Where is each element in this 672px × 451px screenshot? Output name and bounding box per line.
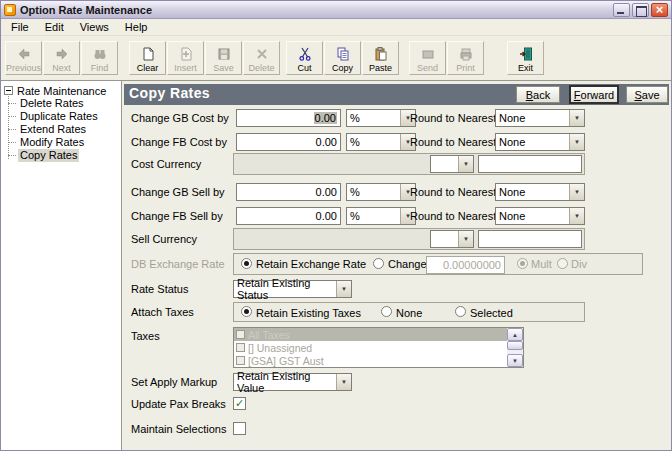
row-cost-currency: Cost Currency ▼ bbox=[122, 153, 671, 175]
rate-status-select[interactable]: Retain Existing Status▼ bbox=[233, 280, 352, 298]
row-change-gb-sell: Change GB Sell by 0.00 %▼ Round to Neare… bbox=[122, 183, 671, 201]
set-apply-markup-select[interactable]: Retain Existing Value▼ bbox=[233, 373, 352, 391]
change-to-radio[interactable] bbox=[373, 258, 384, 269]
row-update-pax-breaks: Update Pax Breaks ✓ bbox=[122, 395, 671, 413]
copy-button[interactable]: Copy bbox=[324, 41, 361, 75]
window-title: Option Rate Maintenance bbox=[20, 4, 152, 16]
change-fb-cost-unit-select[interactable]: %▼ bbox=[346, 133, 416, 151]
cost-currency-select[interactable]: ▼ bbox=[430, 155, 474, 173]
clear-button[interactable]: Clear bbox=[129, 41, 166, 75]
tree-item-copy-rates[interactable]: Copy Rates bbox=[18, 149, 79, 162]
change-fb-sell-input[interactable]: 0.00 bbox=[236, 207, 341, 225]
tree-item-delete-rates[interactable]: Delete Rates bbox=[18, 97, 86, 110]
tree-item-duplicate-rates[interactable]: Duplicate Rates bbox=[18, 110, 100, 123]
sell-currency-panel: ▼ bbox=[233, 228, 585, 250]
scroll-up-icon[interactable]: ▲ bbox=[507, 328, 523, 341]
tree-root-rate-maintenance[interactable]: Rate Maintenance bbox=[1, 84, 121, 97]
sell-currency-select[interactable]: ▼ bbox=[430, 230, 474, 248]
list-item: [GSA] GST Aust bbox=[234, 354, 507, 367]
binoculars-icon bbox=[92, 45, 108, 63]
sell-currency-amount-input[interactable] bbox=[478, 230, 582, 248]
row-change-fb-cost: Change FB Cost by 0.00 %▼ Round to Neare… bbox=[122, 133, 671, 151]
field-label: Change FB Sell by bbox=[131, 207, 223, 225]
menu-views[interactable]: Views bbox=[72, 20, 117, 35]
main-area: Rate Maintenance Delete Rates Duplicate … bbox=[1, 80, 671, 450]
send-icon bbox=[420, 45, 436, 63]
change-fb-cost-input[interactable]: 0.00 bbox=[236, 133, 341, 151]
delete-button: Delete bbox=[243, 41, 280, 75]
save-page-button[interactable]: Save bbox=[626, 86, 668, 103]
print-button: Print bbox=[447, 41, 484, 75]
field-label: Set Apply Markup bbox=[131, 373, 217, 391]
change-gb-sell-input[interactable]: 0.00 bbox=[236, 183, 341, 201]
exchange-rate-input: 0.00000000 bbox=[426, 256, 505, 274]
taxes-selected-radio[interactable] bbox=[455, 306, 466, 317]
change-gb-cost-round-select[interactable]: None▼ bbox=[495, 109, 585, 127]
retain-existing-taxes-radio[interactable] bbox=[241, 306, 252, 317]
cost-currency-amount-input[interactable] bbox=[478, 155, 582, 173]
row-taxes: Taxes All Taxes [] Unassigned [GSA] GST … bbox=[122, 327, 671, 368]
row-db-exchange-rate: DB Exchange Rate Retain Exchange Rate Ch… bbox=[122, 253, 671, 275]
maximize-button[interactable] bbox=[632, 3, 649, 17]
row-change-fb-sell: Change FB Sell by 0.00 %▼ Round to Neare… bbox=[122, 207, 671, 225]
change-fb-sell-round-select[interactable]: None▼ bbox=[495, 207, 585, 225]
new-document-icon bbox=[140, 45, 156, 63]
minimize-button[interactable] bbox=[613, 3, 630, 17]
update-pax-breaks-checkbox[interactable]: ✓ bbox=[233, 397, 246, 410]
menu-file[interactable]: File bbox=[3, 20, 37, 35]
exit-button[interactable]: Exit bbox=[507, 41, 544, 75]
change-fb-sell-unit-select[interactable]: %▼ bbox=[346, 207, 416, 225]
close-button[interactable] bbox=[651, 3, 668, 17]
chevron-down-icon[interactable]: ▼ bbox=[336, 374, 351, 390]
tree-item-extend-rates[interactable]: Extend Rates bbox=[18, 123, 88, 136]
delete-x-icon bbox=[254, 45, 270, 63]
maintain-selections-checkbox[interactable] bbox=[233, 422, 246, 435]
mult-radio bbox=[517, 258, 528, 269]
titlebar[interactable]: Option Rate Maintenance bbox=[1, 1, 671, 19]
chevron-down-icon[interactable]: ▼ bbox=[569, 184, 584, 200]
change-gb-sell-unit-select[interactable]: %▼ bbox=[346, 183, 416, 201]
change-gb-sell-round-select[interactable]: None▼ bbox=[495, 183, 585, 201]
chevron-down-icon[interactable]: ▼ bbox=[569, 208, 584, 224]
scrollbar-thumb[interactable] bbox=[507, 341, 523, 350]
window-controls bbox=[613, 3, 668, 17]
retain-exchange-rate-radio[interactable] bbox=[241, 258, 252, 269]
change-gb-cost-unit-select[interactable]: %▼ bbox=[346, 109, 416, 127]
round-to-nearest-label: Round to Nearest bbox=[410, 109, 496, 127]
chevron-down-icon[interactable]: ▼ bbox=[569, 110, 584, 126]
taxes-scrollbar[interactable]: ▲ ▼ bbox=[507, 328, 523, 367]
chevron-down-icon[interactable]: ▼ bbox=[458, 156, 473, 172]
find-button: Find bbox=[81, 41, 118, 75]
page-header: Copy Rates Back Forward Save bbox=[124, 84, 669, 105]
scroll-down-icon[interactable]: ▼ bbox=[507, 354, 523, 367]
previous-button: Previous bbox=[5, 41, 42, 75]
cut-button[interactable]: Cut bbox=[286, 41, 323, 75]
menu-help[interactable]: Help bbox=[117, 20, 156, 35]
field-label: DB Exchange Rate bbox=[131, 253, 225, 271]
forward-button[interactable]: Forward bbox=[570, 86, 618, 103]
round-to-nearest-label: Round to Nearest bbox=[410, 207, 496, 225]
change-fb-cost-round-select[interactable]: None▼ bbox=[495, 133, 585, 151]
chevron-down-icon[interactable]: ▼ bbox=[336, 281, 351, 297]
menu-edit[interactable]: Edit bbox=[37, 20, 72, 35]
chevron-down-icon[interactable]: ▼ bbox=[458, 231, 473, 247]
field-label: Change FB Cost by bbox=[131, 133, 227, 151]
app-icon bbox=[4, 4, 16, 16]
field-label: Sell Currency bbox=[131, 228, 197, 246]
taxes-none-radio[interactable] bbox=[381, 306, 392, 317]
hand-point-left-icon bbox=[16, 45, 32, 63]
change-gb-cost-input[interactable]: 0.00 bbox=[236, 109, 341, 127]
list-item: All Taxes bbox=[234, 328, 507, 341]
floppy-disk-icon bbox=[216, 45, 232, 63]
field-label: Rate Status bbox=[131, 280, 188, 298]
back-button[interactable]: Back bbox=[516, 86, 560, 103]
row-rate-status: Rate Status Retain Existing Status▼ bbox=[122, 280, 671, 298]
row-set-apply-markup: Set Apply Markup Retain Existing Value▼ bbox=[122, 373, 671, 391]
app-window: Option Rate Maintenance File Edit Views … bbox=[0, 0, 672, 451]
chevron-down-icon[interactable]: ▼ bbox=[569, 134, 584, 150]
printer-icon bbox=[458, 45, 474, 63]
clipboard-paste-icon bbox=[373, 45, 389, 63]
paste-button[interactable]: Paste bbox=[362, 41, 399, 75]
field-label: Cost Currency bbox=[131, 153, 201, 171]
tree-item-modify-rates[interactable]: Modify Rates bbox=[18, 136, 86, 149]
